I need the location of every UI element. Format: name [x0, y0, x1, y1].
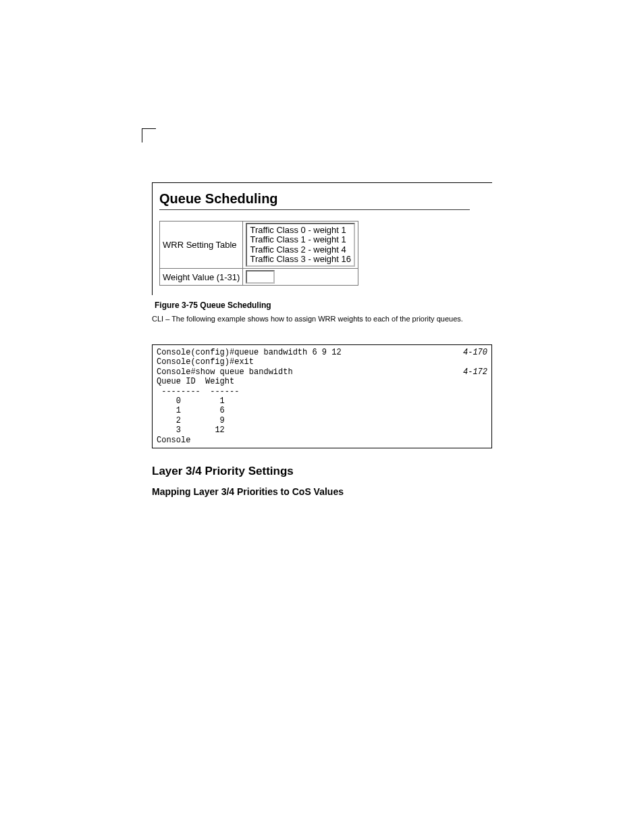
cli-line: 3 12 — [157, 425, 225, 435]
figure-caption: Figure 3-75 Queue Scheduling — [155, 301, 492, 310]
cli-line: Console(config)#queue bandwidth 6 9 12 — [157, 348, 342, 357]
panel-title: Queue Scheduling — [159, 191, 484, 207]
cli-line: Console — [157, 436, 190, 445]
crop-mark — [142, 128, 156, 142]
cli-line: 0 1 — [157, 396, 225, 406]
cli-line: Queue ID Weight — [157, 377, 234, 386]
queue-scheduling-panel: Queue Scheduling WRR Setting Table Traff… — [152, 182, 492, 295]
subsection-heading: Mapping Layer 3/4 Priorities to CoS Valu… — [152, 486, 492, 497]
wrr-form: WRR Setting Table Traffic Class 0 - weig… — [159, 221, 358, 286]
cli-line: Console(config)#exit — [157, 357, 254, 367]
weight-value-input[interactable] — [246, 270, 275, 284]
list-item[interactable]: Traffic Class 1 - weight 1 — [250, 235, 351, 244]
wrr-listbox[interactable]: Traffic Class 0 - weight 1 Traffic Class… — [246, 223, 355, 267]
list-item[interactable]: Traffic Class 3 - weight 16 — [250, 255, 351, 264]
cli-line: 2 9 — [157, 416, 225, 425]
list-item[interactable]: Traffic Class 2 - weight 4 — [250, 245, 351, 255]
list-item[interactable]: Traffic Class 0 - weight 1 — [250, 226, 351, 235]
wrr-listbox-cell: Traffic Class 0 - weight 1 Traffic Class… — [243, 221, 358, 269]
cli-ref: 4-172 — [463, 367, 487, 377]
panel-rule — [159, 209, 470, 210]
cli-line: Console#show queue bandwidth — [157, 367, 293, 377]
section-heading: Layer 3/4 Priority Settings — [152, 465, 492, 478]
cli-line: -------- ------ — [157, 387, 239, 396]
weight-input-cell — [243, 269, 358, 286]
cli-ref: 4-170 — [463, 348, 487, 357]
wrr-label-cell: WRR Setting Table — [160, 221, 243, 269]
weight-label-cell: Weight Value (1-31) — [160, 269, 243, 286]
cli-line: 1 6 — [157, 406, 225, 415]
cli-intro: CLI – The following example shows how to… — [152, 314, 492, 324]
cli-output: Console(config)#queue bandwidth 6 9 124-… — [152, 344, 492, 448]
